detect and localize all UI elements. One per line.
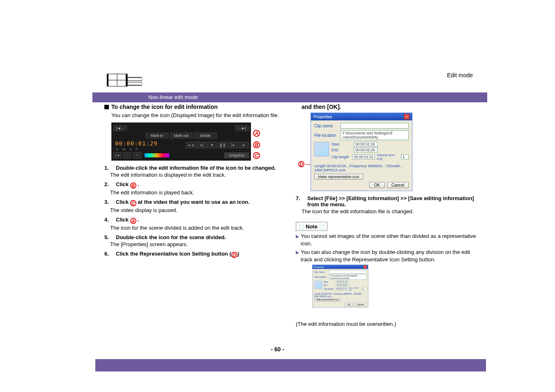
track-thumbnail-icon bbox=[145, 153, 169, 157]
step-fwd-icon[interactable]: |► bbox=[228, 142, 238, 148]
continuation-text: and then [OK]. bbox=[302, 104, 477, 110]
callout-c: C bbox=[253, 152, 260, 159]
page-number: - 60 - bbox=[271, 346, 284, 353]
svg-rect-8 bbox=[107, 83, 108, 84]
divide-button[interactable]: Divide bbox=[194, 133, 217, 138]
svg-rect-36 bbox=[140, 85, 140, 85]
callout-a: A bbox=[253, 130, 260, 137]
svg-rect-25 bbox=[136, 77, 137, 78]
note-icon: ⬚ bbox=[319, 223, 325, 230]
cancel-button[interactable]: Cancel bbox=[387, 182, 409, 188]
clip-length-field: 00:00:01:01 bbox=[352, 154, 375, 159]
end-field[interactable]: 00:00:02:29 bbox=[354, 148, 378, 152]
svg-rect-11 bbox=[126, 76, 127, 77]
step-5: 5.Double-click the icon for the scene di… bbox=[104, 234, 285, 247]
svg-rect-7 bbox=[107, 81, 108, 82]
volume-label: Volume (0.0-4.0) bbox=[377, 153, 399, 161]
svg-rect-10 bbox=[126, 75, 127, 76]
svg-rect-14 bbox=[126, 81, 127, 82]
svg-rect-20 bbox=[128, 77, 129, 78]
close-icon[interactable]: × bbox=[364, 265, 367, 269]
svg-rect-12 bbox=[126, 78, 127, 79]
svg-rect-4 bbox=[107, 76, 108, 77]
timecode-labels: H M S F bbox=[116, 148, 159, 151]
step-2: 2.Click B . The edit information is play… bbox=[104, 181, 285, 196]
callout-d: D bbox=[298, 161, 304, 167]
svg-rect-22 bbox=[131, 77, 132, 78]
note-icon: ⬚ bbox=[299, 223, 304, 230]
step-back-icon[interactable]: ◄| bbox=[196, 142, 206, 148]
note-label: Note bbox=[306, 224, 318, 230]
followup-text: (The edit information must be overwritte… bbox=[296, 321, 477, 327]
file-location-label: File location bbox=[314, 133, 338, 138]
clip-length-label: Clip length bbox=[332, 155, 350, 159]
mark-out-button[interactable]: Mark-out bbox=[170, 133, 193, 138]
end-label: End bbox=[332, 148, 352, 152]
svg-rect-24 bbox=[135, 77, 136, 78]
volume-field[interactable]: 1 bbox=[401, 154, 409, 159]
step-4: 4.Click A . The icon for the scene divid… bbox=[104, 217, 285, 231]
pause-icon[interactable]: ❚❚ bbox=[218, 142, 228, 148]
section-title: To change the icon for edit information bbox=[104, 104, 285, 110]
plus-icon[interactable]: + bbox=[133, 152, 141, 159]
minus-icon[interactable]: − bbox=[123, 152, 131, 159]
clip-thumb-icon bbox=[314, 142, 329, 157]
properties-dialog: Properties × Clip name File location F:\… bbox=[311, 113, 412, 191]
badge-a-icon: A bbox=[130, 218, 136, 224]
breadcrumb: Edit mode bbox=[447, 72, 473, 78]
svg-rect-21 bbox=[130, 77, 131, 78]
note-item: ▶You cannot set images of the scene othe… bbox=[296, 233, 477, 247]
svg-rect-30 bbox=[130, 85, 131, 85]
prev-clip-icon[interactable]: |◄ bbox=[113, 152, 122, 159]
make-representative-button[interactable]: Make representative icon bbox=[314, 174, 363, 180]
svg-rect-31 bbox=[131, 85, 132, 85]
play-icon[interactable]: ► bbox=[239, 142, 249, 148]
clip-name-label: Clip name bbox=[314, 124, 338, 128]
svg-rect-3 bbox=[107, 75, 108, 76]
footer-bar bbox=[95, 359, 486, 371]
svg-rect-32 bbox=[133, 85, 134, 85]
svg-rect-35 bbox=[138, 85, 139, 85]
svg-rect-23 bbox=[133, 77, 134, 78]
triangle-icon: ▶ bbox=[296, 233, 299, 240]
seek-start-icon[interactable]: |◄··· bbox=[113, 125, 127, 131]
start-label: Start bbox=[332, 142, 352, 146]
triangle-icon: ▶ bbox=[296, 249, 299, 256]
note-item: ▶You can also change the icon by double-… bbox=[296, 249, 477, 263]
clip-name-field[interactable] bbox=[341, 123, 409, 129]
svg-rect-16 bbox=[126, 85, 127, 85]
stop-icon[interactable]: ■ bbox=[207, 142, 217, 148]
badge-d-icon: D bbox=[231, 252, 237, 258]
note-header: ⬚ Note ⬚ bbox=[296, 222, 327, 231]
bullet-square-icon bbox=[104, 105, 109, 109]
step-3: 3.Click C at the video that you want to … bbox=[104, 199, 285, 213]
film-logo-icon bbox=[107, 70, 142, 90]
callout-b: B bbox=[253, 141, 260, 148]
tab-nonlinear[interactable]: Non-linear edit mode bbox=[143, 92, 203, 102]
seek-end-icon[interactable]: ···►| bbox=[235, 125, 249, 131]
svg-rect-5 bbox=[107, 78, 108, 79]
close-icon[interactable]: × bbox=[404, 114, 410, 120]
step-6: 6.Click the Representative Icon Setting … bbox=[104, 251, 285, 258]
snapshot-button[interactable]: Snapshot bbox=[224, 152, 249, 158]
editor-panel-figure: |◄··· ···►| Mark-in Mark-out Divide 00:0… bbox=[111, 122, 251, 161]
svg-rect-15 bbox=[126, 83, 127, 84]
step-7: 7.Select [File] >> [Editing information]… bbox=[296, 195, 477, 214]
svg-rect-34 bbox=[136, 85, 137, 85]
tab-bar: Non-linear edit mode bbox=[92, 92, 487, 102]
mark-in-button[interactable]: Mark-in bbox=[146, 133, 168, 138]
file-location-field[interactable]: F:\Documents and Settings\All Users\Docu… bbox=[341, 130, 409, 140]
svg-rect-9 bbox=[107, 85, 108, 85]
timecode-display: 00:00:01:29 bbox=[113, 139, 159, 148]
clip-meta: Length 00:00:03:00 , Frequency 48000Hz ,… bbox=[314, 164, 409, 172]
rewind-icon[interactable]: ◄◄ bbox=[186, 142, 196, 148]
svg-rect-29 bbox=[128, 85, 129, 85]
start-field[interactable]: 00:00:01:29 bbox=[354, 142, 378, 147]
svg-rect-27 bbox=[140, 77, 140, 78]
svg-rect-33 bbox=[135, 85, 136, 85]
dialog-title: Properties bbox=[313, 115, 332, 119]
badge-b-icon: B bbox=[130, 182, 136, 189]
ok-button[interactable]: OK bbox=[369, 182, 384, 188]
step-1: 1.Double-click the edit information file… bbox=[104, 165, 285, 178]
section-intro: You can change the icon (Displayed Image… bbox=[111, 112, 285, 119]
